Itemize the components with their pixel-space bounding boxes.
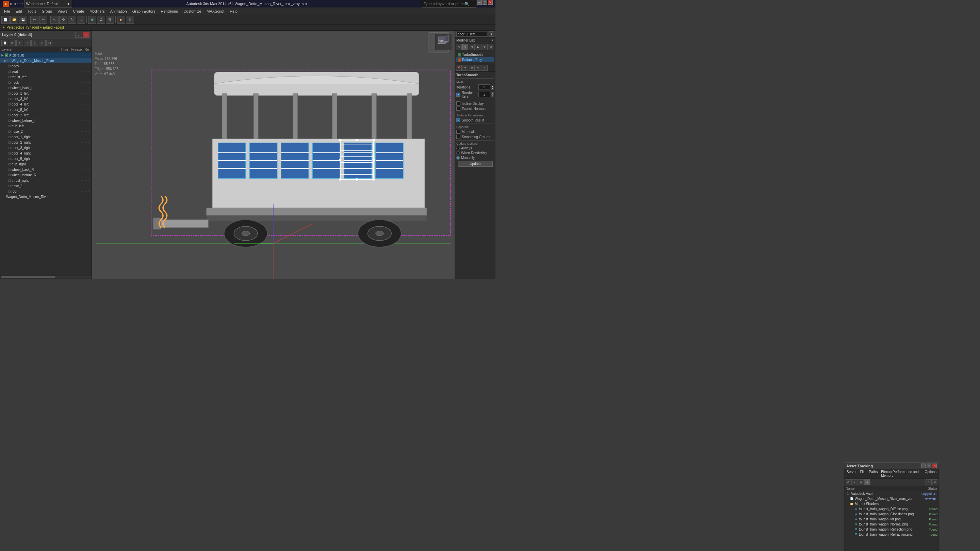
select-button[interactable]: ↖	[50, 16, 59, 24]
mod-tab-motion[interactable]: ▶	[475, 44, 481, 50]
stack-pin-button[interactable]: 📌	[456, 65, 462, 71]
quick-access[interactable]: ▶ ◀ ↩ ↪	[10, 2, 23, 5]
ts-materials-checkbox[interactable]	[456, 130, 460, 134]
layer-visible[interactable]	[8, 59, 11, 62]
menu-views[interactable]: Views	[55, 8, 70, 14]
stack-item-turbosmooth[interactable]: T TurboSmooth	[456, 52, 494, 57]
scroll-thumb[interactable]	[1, 276, 55, 278]
menu-edit[interactable]: Edit	[13, 8, 25, 14]
render-setup-button[interactable]: ⚙	[126, 16, 134, 24]
object-name-input[interactable]	[456, 32, 487, 37]
stack-remove-button[interactable]: 🗑	[469, 65, 475, 71]
menu-graph-editors[interactable]: Graph Editors	[130, 8, 158, 14]
stack-show-all[interactable]: ≡	[482, 65, 488, 71]
layers-scrollbar[interactable]	[0, 275, 92, 279]
layer-tool-5[interactable]: ↓	[31, 40, 38, 46]
ts-always-radio[interactable]	[456, 147, 460, 150]
undo-button[interactable]: ↩	[30, 16, 38, 24]
panel-help-button[interactable]: ?	[75, 32, 82, 38]
stack-config-button[interactable]: ⚙	[475, 65, 481, 71]
iterations-down-button[interactable]: ▼	[491, 87, 494, 89]
stack-unique-button[interactable]: ✦	[462, 65, 468, 71]
stack-item-editable-poly[interactable]: E Editable Poly	[456, 57, 494, 62]
menu-maxscript[interactable]: MAXScript	[204, 8, 227, 14]
menu-customize[interactable]: Customize	[181, 8, 204, 14]
scale-button[interactable]: ⤡	[77, 16, 85, 24]
rotate-button[interactable]: ↻	[68, 16, 76, 24]
ts-explicit-normals-checkbox[interactable]	[456, 107, 460, 111]
list-item[interactable]: ◻ door_3_right ··· ··· ···	[0, 145, 92, 150]
list-item[interactable]: ◻ seat ··· ··· ···	[0, 69, 92, 74]
ts-manually-radio[interactable]	[456, 156, 460, 159]
menu-group[interactable]: Group	[39, 8, 55, 14]
menu-help[interactable]: Help	[227, 8, 240, 14]
list-item[interactable]: ◻ roof ··· ··· ···	[0, 188, 92, 194]
search-box[interactable]: 🔍	[422, 0, 476, 8]
layer-lock[interactable]	[81, 59, 84, 62]
ts-iterations-input[interactable]	[479, 84, 490, 90]
menu-rendering[interactable]: Rendering	[158, 8, 181, 14]
menu-animation[interactable]: Animation	[108, 8, 130, 14]
redo-button[interactable]: ↪	[39, 16, 47, 24]
search-input[interactable]	[424, 2, 465, 6]
list-item[interactable]: ◻ hub_right ··· ··· ···	[0, 161, 92, 167]
list-item[interactable]: ◻ body ··· ··· ···	[0, 63, 92, 69]
layer-tool-1[interactable]: 📋	[2, 40, 8, 46]
list-item[interactable]: ◻ wheel_before_l ··· ··· ···	[0, 118, 92, 123]
open-file-button[interactable]: 📂	[10, 16, 18, 24]
ts-smoothing-groups-checkbox[interactable]	[456, 135, 460, 139]
list-item[interactable]: ◻ wheel_before_R ··· ··· ···	[0, 172, 92, 178]
list-item[interactable]: ◻ door_2_right ··· ··· ···	[0, 140, 92, 145]
viewport[interactable]: Total Polys: 185 566 Tris: 185 566 Edges…	[92, 30, 455, 279]
layer-tool-delete[interactable]: ✕	[9, 40, 16, 46]
list-item[interactable]: ◻ door_4_left ··· ··· ···	[0, 102, 92, 107]
list-item[interactable]: ◻ hose_1 ··· ··· ···	[0, 183, 92, 188]
percent-snap-button[interactable]: %	[106, 16, 114, 24]
list-item[interactable]: ◻ thrust_right ··· ··· ···	[0, 178, 92, 183]
list-item[interactable]: ◻ door_4_right ··· ··· ···	[0, 150, 92, 156]
list-item[interactable]: ◻ door_3_left ··· ··· ···	[0, 96, 92, 102]
panel-close-button[interactable]: ✕	[83, 32, 89, 38]
list-item[interactable]: ◻ door_2_left ··· ··· ···	[0, 112, 92, 118]
ts-smooth-result-checkbox[interactable]: ✓	[456, 118, 460, 122]
snap-button[interactable]: ⊕	[88, 16, 96, 24]
list-item[interactable]: ◻ thrust_left ··· ··· ···	[0, 74, 92, 80]
render-iters-up-button[interactable]: ▲	[491, 92, 494, 95]
ts-isoline-checkbox[interactable]	[456, 102, 460, 105]
scroll-track[interactable]	[1, 276, 91, 279]
angle-snap-button[interactable]: ∠	[97, 16, 105, 24]
list-item[interactable]: ◻ door_5_right ··· ··· ···	[0, 156, 92, 161]
list-item[interactable]: ◻ door_1_left ··· ··· ···	[0, 91, 92, 96]
maximize-button[interactable]: □	[482, 0, 487, 5]
render-button[interactable]: ▶	[117, 16, 125, 24]
mod-tab-create[interactable]: ⊕	[456, 44, 462, 50]
save-button[interactable]: 💾	[19, 16, 27, 24]
list-item[interactable]: ◻ door_1_right ··· ··· ···	[0, 134, 92, 140]
list-item[interactable]: ◻ hub_left ··· ··· ···	[0, 123, 92, 129]
layer-tool-7[interactable]: ⊟	[46, 40, 53, 46]
list-item[interactable]: ◻ door_5_left ··· ··· ···	[0, 107, 92, 112]
mod-tab-utilities[interactable]: ⚙	[488, 44, 494, 50]
new-scene-button[interactable]: 📄	[2, 16, 10, 24]
mod-tab-display[interactable]: 👁	[482, 44, 488, 50]
modifier-list-expand[interactable]: ▼	[492, 39, 494, 42]
list-item[interactable]: ◻ hose_2 ··· ··· ···	[0, 129, 92, 134]
layer-tool-add[interactable]: +	[16, 40, 23, 46]
menu-tools[interactable]: Tools	[25, 8, 39, 14]
ts-render-iters-input[interactable]	[479, 92, 490, 97]
minimize-button[interactable]: ─	[477, 0, 482, 5]
layer-visible[interactable]: ✓	[5, 53, 8, 57]
menu-modifiers[interactable]: Modifiers	[87, 8, 108, 14]
close-button[interactable]: ✕	[488, 0, 493, 5]
layer-tool-6[interactable]: ⊞	[39, 40, 46, 46]
list-item[interactable]: ▶ Wagon_Dotto_Muson_River ··· ···	[0, 58, 92, 63]
list-item[interactable]: ◻ wheel_back_l ··· ··· ···	[0, 85, 92, 91]
move-button[interactable]: ✛	[59, 16, 67, 24]
menu-file[interactable]: File	[2, 8, 13, 14]
update-button[interactable]: Update	[458, 161, 493, 167]
list-item[interactable]: ◻ Wagon_Dotto_Muson_River ··· ··· ···	[0, 194, 92, 199]
modifier-name-dropdown[interactable]: ▼	[488, 31, 494, 37]
render-iters-down-button[interactable]: ▼	[491, 95, 494, 97]
ts-when-rendering-radio[interactable]	[456, 151, 460, 155]
list-item[interactable]: ▶ ✓ 0 (default) ··· ··· ···	[0, 53, 92, 58]
